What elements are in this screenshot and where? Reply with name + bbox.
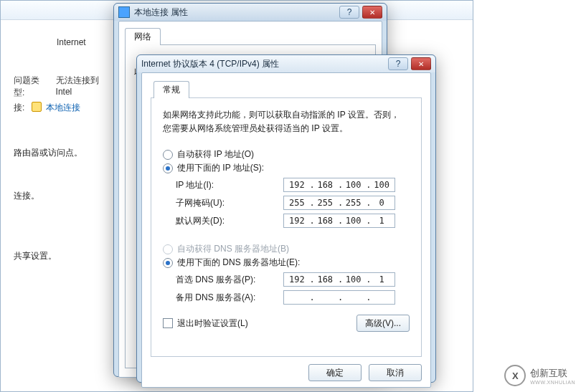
brand-badge-icon: X — [504, 365, 526, 386]
radio-auto-dns: 自动获得 DNS 服务器地址(B) — [163, 243, 410, 255]
validate-label: 退出时验证设置(L) — [177, 317, 248, 330]
dns1-field[interactable]: 192. 168. 100. 1 — [283, 272, 395, 287]
radio-icon — [163, 258, 173, 268]
radio-auto-ip[interactable]: 自动获得 IP 地址(O) — [163, 148, 410, 161]
problem-type-value: 无法连接到 Intel — [56, 75, 114, 99]
ip-address-label: IP 地址(I): — [176, 179, 283, 191]
brand-logo: X 创新互联 WWW.XNHULIAN — [504, 365, 575, 386]
cancel-button[interactable]: 取消 — [369, 364, 422, 381]
gateway-label: 默认网关(D): — [176, 215, 283, 227]
advanced-button[interactable]: 高级(V)... — [356, 315, 410, 332]
radio-auto-dns-label: 自动获得 DNS 服务器地址(B) — [177, 243, 289, 255]
local-connection-link[interactable]: 本地连接 — [46, 102, 80, 113]
dns2-label: 备用 DNS 服务器(A): — [176, 292, 283, 304]
ipv4-title: Internet 协议版本 4 (TCP/IPv4) 属性 — [141, 58, 279, 70]
ok-button[interactable]: 确定 — [308, 364, 362, 381]
radio-use-ip-label: 使用下面的 IP 地址(S): — [177, 162, 264, 174]
body-hint-3: 共享设置。 — [14, 250, 57, 262]
problem-type-label: 问题类型: — [14, 75, 49, 99]
ipv4-properties-dialog: Internet 协议版本 4 (TCP/IPv4) 属性 ? ✕ 常规 如果网… — [136, 54, 436, 383]
brand-sub: WWW.XNHULIAN — [530, 380, 575, 385]
warning-icon — [32, 102, 42, 112]
internet-location-label: Internet — [57, 37, 114, 47]
ipv4-titlebar[interactable]: Internet 协议版本 4 (TCP/IPv4) 属性 ? ✕ — [137, 55, 435, 72]
subnet-mask-field[interactable]: 255. 255. 255. 0 — [283, 196, 395, 210]
dns1-label: 首选 DNS 服务器(P): — [176, 274, 283, 286]
adapter-icon — [118, 6, 130, 18]
brand-name: 创新互联 — [530, 367, 575, 380]
radio-use-dns[interactable]: 使用下面的 DNS 服务器地址(E): — [163, 257, 410, 269]
gateway-field[interactable]: 192. 168. 100. 1 — [283, 214, 395, 228]
radio-use-dns-label: 使用下面的 DNS 服务器地址(E): — [177, 257, 300, 269]
checkbox-icon — [163, 318, 173, 328]
body-hint-1: 路由器或访问点。 — [14, 147, 82, 159]
dns2-field[interactable]: . . . — [283, 290, 395, 305]
subnet-mask-label: 子网掩码(U): — [176, 197, 283, 209]
radio-icon — [163, 163, 173, 173]
help-button[interactable]: ? — [339, 6, 359, 19]
connection-label: 接: — [14, 102, 24, 114]
radio-auto-ip-label: 自动获得 IP 地址(O) — [177, 148, 254, 161]
local-conn-title: 本地连接 属性 — [134, 6, 188, 19]
tab-network[interactable]: 网络 — [125, 28, 161, 45]
body-hint-2: 连接。 — [14, 190, 39, 202]
validate-on-exit-checkbox[interactable]: 退出时验证设置(L) — [163, 317, 248, 330]
radio-use-ip[interactable]: 使用下面的 IP 地址(S): — [163, 162, 410, 174]
right-white-panel: X 创新互联 WWW.XNHULIAN — [473, 0, 581, 392]
help-button[interactable]: ? — [388, 57, 408, 70]
description-text: 如果网络支持此功能，则可以获取自动指派的 IP 设置。否则， 您需要从网络系统管… — [163, 108, 410, 135]
local-conn-titlebar[interactable]: 本地连接 属性 ? ✕ — [114, 4, 387, 21]
close-button[interactable]: ✕ — [362, 6, 382, 19]
radio-icon — [163, 244, 173, 254]
close-button[interactable]: ✕ — [411, 57, 431, 70]
ip-address-field[interactable]: 192. 168. 100. 100 — [283, 178, 395, 192]
tab-general[interactable]: 常规 — [153, 81, 189, 98]
radio-icon — [163, 150, 173, 160]
